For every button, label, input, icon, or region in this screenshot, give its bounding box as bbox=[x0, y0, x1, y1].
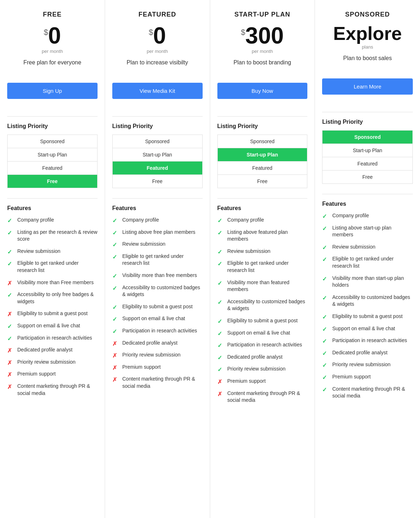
priority-table-row: Sponsored bbox=[112, 135, 202, 148]
feature-item: ✓Support on email & live chat bbox=[7, 322, 98, 330]
priority-table-cell: Free bbox=[322, 171, 413, 184]
priority-table-startup: SponsoredStart-up PlanFeaturedFree bbox=[217, 135, 308, 188]
feature-item: ✓Review submission bbox=[217, 248, 308, 255]
cross-icon: ✗ bbox=[7, 347, 14, 353]
check-icon: ✓ bbox=[322, 313, 329, 320]
plan-name-startup: START-UP PLAN bbox=[217, 11, 308, 18]
priority-table-row: Sponsored bbox=[8, 135, 98, 148]
feature-text: Listing above start-up plan members bbox=[332, 224, 413, 238]
feature-item: ✗Content marketing through PR & social m… bbox=[7, 383, 98, 397]
check-icon: ✓ bbox=[217, 229, 224, 236]
feature-text: Premium support bbox=[122, 364, 161, 371]
feature-text: Review submission bbox=[332, 244, 375, 251]
check-icon: ✓ bbox=[112, 285, 119, 291]
cta-button-free[interactable]: Sign Up bbox=[7, 83, 98, 99]
plan-name-sponsored: SPONSORED bbox=[322, 11, 413, 18]
feature-item: ✓Eligible to get ranked under research l… bbox=[217, 260, 308, 274]
cta-button-featured[interactable]: View Media Kit bbox=[112, 83, 203, 99]
feature-item: ✓Company profile bbox=[217, 217, 308, 224]
feature-text: Eligibility to submit a guest post bbox=[17, 310, 87, 317]
feature-text: Accessibility to customized badges & wid… bbox=[227, 298, 308, 312]
priority-table-cell: Sponsored bbox=[322, 131, 413, 144]
feature-item: ✗Premium support bbox=[112, 364, 203, 371]
plan-amount-featured: 0 bbox=[153, 24, 166, 47]
feature-item: ✓Eligibility to submit a guest post bbox=[322, 313, 413, 320]
features-section-featured: Features✓Company profile✓Listing above f… bbox=[112, 205, 203, 507]
check-icon: ✓ bbox=[7, 229, 14, 236]
cta-button-sponsored[interactable]: Learn More bbox=[322, 78, 413, 95]
check-icon: ✓ bbox=[112, 328, 119, 334]
priority-table-cell: Featured bbox=[8, 162, 98, 175]
cross-icon: ✗ bbox=[112, 364, 119, 371]
feature-item: ✓Eligible to get ranked under research l… bbox=[7, 260, 98, 274]
priority-table-row: Free bbox=[322, 171, 413, 184]
check-icon: ✓ bbox=[7, 248, 14, 255]
divider-features-startup bbox=[217, 198, 308, 199]
check-icon: ✓ bbox=[322, 225, 329, 231]
check-icon: ✓ bbox=[112, 272, 119, 279]
divider-features-sponsored bbox=[322, 194, 413, 194]
check-icon: ✓ bbox=[7, 335, 14, 341]
check-icon: ✓ bbox=[217, 318, 224, 324]
feature-text: Eligible to get ranked under research li… bbox=[227, 260, 308, 274]
priority-table-row: Featured bbox=[8, 162, 98, 175]
plan-price-startup: $300 bbox=[217, 24, 308, 47]
check-icon: ✓ bbox=[217, 217, 224, 223]
priority-table-row: Sponsored bbox=[322, 131, 413, 144]
plan-price-featured: $0 bbox=[112, 24, 203, 47]
feature-text: Review submission bbox=[227, 248, 271, 255]
feature-item: ✓Accessibility to customized badges & wi… bbox=[322, 294, 413, 308]
plan-price-sub-free: per month bbox=[7, 49, 98, 54]
feature-text: Company profile bbox=[122, 217, 159, 224]
feature-text: Company profile bbox=[332, 212, 369, 219]
feature-text: Content marketing through PR & social me… bbox=[332, 386, 413, 400]
feature-item: ✓Visibility more than free members bbox=[112, 272, 203, 279]
feature-item: ✓Eligibility to submit a guest post bbox=[217, 317, 308, 324]
priority-table-row: Start-up Plan bbox=[217, 148, 307, 162]
check-icon: ✓ bbox=[217, 354, 224, 360]
feature-text: Eligibility to submit a guest post bbox=[332, 313, 402, 320]
feature-text: Accessibility to customized badges & wid… bbox=[332, 294, 413, 308]
priority-table-row: Featured bbox=[112, 162, 202, 175]
features-title-sponsored: Features bbox=[322, 201, 413, 207]
plan-price-sub-sponsored: plans bbox=[322, 44, 413, 50]
feature-text: Eligible to get ranked under research li… bbox=[17, 260, 98, 274]
cta-button-startup[interactable]: Buy Now bbox=[217, 83, 308, 99]
cross-icon: ✗ bbox=[7, 359, 14, 365]
check-icon: ✓ bbox=[112, 229, 119, 236]
check-icon: ✓ bbox=[322, 294, 329, 301]
check-icon: ✓ bbox=[112, 315, 119, 322]
priority-table-free: SponsoredStart-up PlanFeaturedFree bbox=[7, 135, 98, 188]
feature-text: Priority review submission bbox=[227, 365, 286, 373]
feature-text: Review submission bbox=[122, 241, 166, 248]
listing-priority-title-startup: Listing Priority bbox=[217, 123, 308, 130]
cross-icon: ✗ bbox=[112, 376, 119, 382]
priority-table-cell: Featured bbox=[322, 157, 413, 171]
feature-text: Listing as per the research & review sco… bbox=[17, 229, 98, 243]
feature-text: Participation in research activities bbox=[122, 327, 197, 335]
priority-table-cell: Sponsored bbox=[112, 135, 202, 148]
cross-icon: ✗ bbox=[7, 280, 14, 286]
feature-item: ✓Participation in research activities bbox=[7, 335, 98, 342]
feature-item: ✓Accessibility to customized badges & wi… bbox=[217, 298, 308, 312]
feature-item: ✓Dedicated profile analyst bbox=[322, 349, 413, 356]
feature-item: ✓Company profile bbox=[7, 217, 98, 224]
feature-item: ✓Accessibility to only free badges & wid… bbox=[7, 291, 98, 305]
feature-item: ✓Content marketing through PR & social m… bbox=[322, 386, 413, 400]
check-icon: ✓ bbox=[322, 256, 329, 262]
divider-listing-free bbox=[7, 116, 98, 117]
feature-text: Accessibility to only free badges & widg… bbox=[17, 291, 98, 305]
feature-text: Premium support bbox=[332, 373, 371, 381]
plan-name-featured: FEATURED bbox=[112, 11, 203, 18]
features-section-free: Features✓Company profile✓Listing as per … bbox=[7, 205, 98, 507]
divider-features-free bbox=[7, 198, 98, 199]
plan-currency-startup: $ bbox=[241, 28, 245, 37]
feature-item: ✗Priority review submission bbox=[112, 351, 203, 359]
feature-item: ✗Dedicated profile analyst bbox=[112, 340, 203, 347]
check-icon: ✓ bbox=[112, 217, 119, 223]
check-icon: ✓ bbox=[322, 337, 329, 344]
feature-text: Participation in research activities bbox=[17, 335, 92, 342]
feature-item: ✗Eligibility to submit a guest post bbox=[7, 310, 98, 317]
feature-item: ✓Dedicated profile analyst bbox=[217, 354, 308, 361]
feature-item: ✓Eligible to get ranked under research l… bbox=[322, 255, 413, 269]
